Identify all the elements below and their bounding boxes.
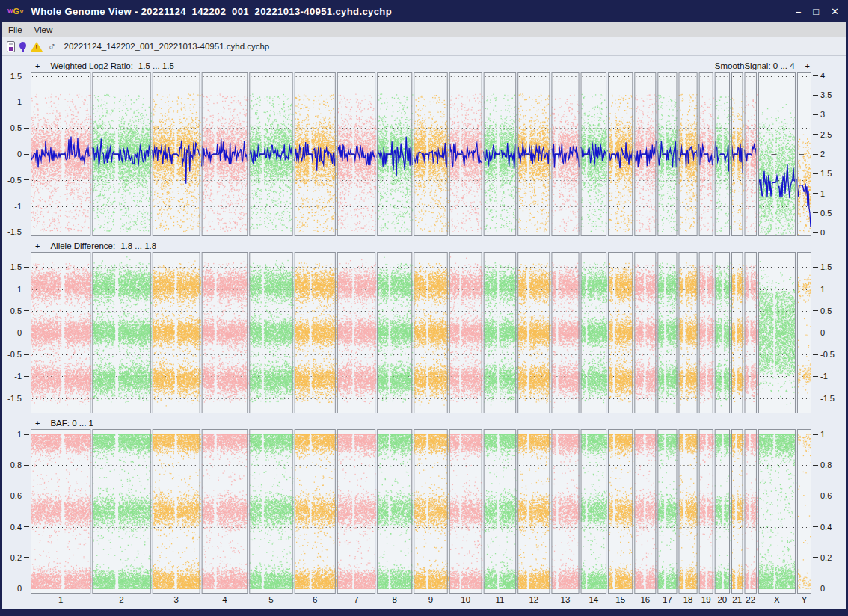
axis-tick-left-0.8: 0.8 xyxy=(10,461,29,469)
chromosome-label-7: 7 xyxy=(354,595,358,604)
axis-tick-right-0: 0 xyxy=(813,584,825,593)
axis-tick-left-1: 1 xyxy=(17,285,29,294)
sample-pin-icon[interactable] xyxy=(19,41,27,52)
axis-tick-right-0.5: 0.5 xyxy=(813,209,832,218)
allele-difference-panel-header: + Allele Difference: -1.8 ... 1.8 xyxy=(2,240,846,252)
axis-tick-left--1: -1 xyxy=(14,202,29,211)
sample-filename: 20221124_142202_001_20221013-40951.cyhd.… xyxy=(64,42,270,51)
window-title: Whole Genome View - 20221124_142202_001_… xyxy=(31,6,392,17)
baf-panel-header: + BAF: 0 ... 1 xyxy=(2,417,846,429)
smoothsignal-right-axis: 43.532.521.510.50 xyxy=(811,72,846,236)
log2-panel-header: + Weighted Log2 Ratio: -1.5 ... 1.5 Smoo… xyxy=(2,60,846,72)
baf-plot-canvas[interactable] xyxy=(31,429,811,594)
menu-view[interactable]: View xyxy=(34,25,53,34)
allele-difference-plot-canvas[interactable] xyxy=(31,252,811,413)
chromosome-label-16: 16 xyxy=(640,595,650,604)
axis-tick-left--0.5: -0.5 xyxy=(7,176,29,185)
axis-tick-right-0.2: 0.2 xyxy=(813,553,832,562)
baf-right-axis: 10.80.60.40.20 xyxy=(811,429,846,594)
axis-tick-right-3.5: 3.5 xyxy=(813,90,832,99)
axis-tick-right-1: 1 xyxy=(813,285,825,294)
axis-tick-left-0: 0 xyxy=(17,328,29,337)
chromosome-label-9: 9 xyxy=(428,595,433,604)
chromosome-label-5: 5 xyxy=(268,595,273,604)
axis-tick-right-3: 3 xyxy=(813,110,825,119)
chromosome-label-10: 10 xyxy=(461,595,470,604)
axis-tick-right-2.5: 2.5 xyxy=(813,130,832,139)
minimize-button[interactable]: – xyxy=(796,7,801,16)
array-file-icon[interactable] xyxy=(7,41,15,52)
axis-tick-right-0: 0 xyxy=(813,228,825,237)
axis-tick-left-0.4: 0.4 xyxy=(10,523,29,532)
expand-smoothsignal-button[interactable]: + xyxy=(805,61,810,70)
axis-tick-right-0.6: 0.6 xyxy=(813,491,832,500)
axis-tick-right--1: -1 xyxy=(813,372,828,381)
axis-tick-left-1: 1 xyxy=(17,97,29,106)
chromosome-label-14: 14 xyxy=(589,595,598,604)
axis-tick-left-1.5: 1.5 xyxy=(10,72,29,81)
chromosome-label-11: 11 xyxy=(495,595,504,604)
axis-tick-right-0.5: 0.5 xyxy=(813,307,832,315)
axis-tick-right-1.5: 1.5 xyxy=(813,169,832,178)
chromosome-label-3: 3 xyxy=(173,595,178,604)
chromosome-label-19: 19 xyxy=(701,595,711,604)
axis-tick-right--1.5: -1.5 xyxy=(813,394,835,403)
log2-panel-title: Weighted Log2 Ratio: -1.5 ... 1.5 xyxy=(50,61,173,70)
axis-tick-left--0.5: -0.5 xyxy=(7,350,29,359)
panel-baf: + BAF: 0 ... 1 10.80.60.40.20 10.80.60.4… xyxy=(2,417,846,594)
app-logo-icon: WGV xyxy=(7,7,23,16)
menubar: File View xyxy=(2,22,846,37)
axis-tick-right-0.8: 0.8 xyxy=(813,461,832,469)
panel-allele-difference: + Allele Difference: -1.8 ... 1.8 1.510.… xyxy=(2,240,846,413)
chromosome-label-X: X xyxy=(774,595,780,604)
allele-difference-panel-title: Allele Difference: -1.8 ... 1.8 xyxy=(50,241,156,250)
axis-tick-right-1: 1 xyxy=(813,430,825,439)
chromosome-label-2: 2 xyxy=(119,595,123,604)
warning-icon[interactable]: ! xyxy=(31,41,43,52)
chromosome-label-1: 1 xyxy=(58,595,63,604)
menu-file[interactable]: File xyxy=(8,25,22,34)
axis-tick-left-0.6: 0.6 xyxy=(10,491,29,500)
baf-panel-title: BAF: 0 ... 1 xyxy=(50,419,93,428)
axis-tick-right-1.5: 1.5 xyxy=(813,262,832,271)
allele-difference-right-axis: 1.510.50-0.5-1-1.5 xyxy=(811,252,846,413)
whole-genome-view: + Weighted Log2 Ratio: -1.5 ... 1.5 Smoo… xyxy=(2,56,846,609)
log2-left-axis: 1.510.50-0.5-1-1.5 xyxy=(2,72,31,236)
axis-tick-right--0.5: -0.5 xyxy=(813,350,835,359)
log2-plot-canvas[interactable] xyxy=(31,72,811,236)
axis-tick-left-1.5: 1.5 xyxy=(10,262,29,271)
log2-plot-row: 1.510.50-0.5-1-1.5 43.532.521.510.50 xyxy=(2,72,846,236)
axis-tick-right-4: 4 xyxy=(813,71,825,80)
chromosome-label-17: 17 xyxy=(663,595,672,604)
chromosome-label-15: 15 xyxy=(615,595,625,604)
axis-tick-left--1: -1 xyxy=(14,372,29,381)
close-button[interactable]: ✕ xyxy=(831,7,839,16)
allele-difference-plot-row: 1.510.50-0.5-1-1.5 1.510.50-0.5-1-1.5 xyxy=(2,252,846,413)
baf-plot-row: 10.80.60.40.20 10.80.60.40.20 xyxy=(2,429,846,594)
chromosome-label-20: 20 xyxy=(717,595,727,604)
chromosome-label-13: 13 xyxy=(561,595,571,604)
expand-log2-button[interactable]: + xyxy=(35,61,40,70)
axis-tick-right-1: 1 xyxy=(813,189,825,198)
app-window: WGV Whole Genome View - 20221124_142202_… xyxy=(0,0,848,616)
axis-tick-right-0: 0 xyxy=(813,328,825,337)
baf-left-axis: 10.80.60.40.20 xyxy=(2,429,31,594)
allele-difference-left-axis: 1.510.50-0.5-1-1.5 xyxy=(2,252,31,413)
chromosome-label-4: 4 xyxy=(222,595,227,604)
axis-tick-left--1.5: -1.5 xyxy=(7,227,29,236)
axis-tick-left-1: 1 xyxy=(17,430,29,439)
axis-tick-right-0.4: 0.4 xyxy=(813,523,832,532)
axis-tick-left--1.5: -1.5 xyxy=(7,394,29,403)
axis-tick-right-2: 2 xyxy=(813,150,825,158)
male-symbol-icon: ♂ xyxy=(48,40,56,52)
chromosome-label-21: 21 xyxy=(732,595,742,604)
expand-allele-difference-button[interactable]: + xyxy=(35,241,40,250)
chromosome-label-18: 18 xyxy=(683,595,693,604)
axis-tick-left-0.2: 0.2 xyxy=(10,553,29,562)
chromosome-label-12: 12 xyxy=(529,595,538,604)
axis-tick-left-0: 0 xyxy=(17,150,29,158)
titlebar: WGV Whole Genome View - 20221124_142202_… xyxy=(2,0,846,22)
maximize-button[interactable]: □ xyxy=(813,7,819,16)
axis-tick-left-0.5: 0.5 xyxy=(10,123,29,132)
expand-baf-button[interactable]: + xyxy=(35,419,40,428)
